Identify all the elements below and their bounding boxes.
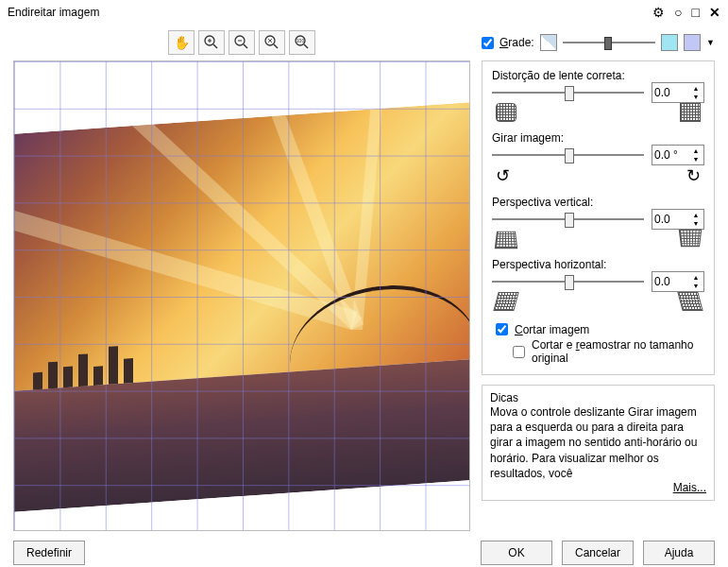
spinner-down-icon[interactable]: ▼ <box>688 155 703 163</box>
ok-button[interactable]: OK <box>481 541 552 565</box>
barrel-distortion-icon[interactable] <box>496 103 516 122</box>
grid-color-1[interactable] <box>661 34 678 51</box>
persp-h-label: Perspectiva horizontal: <box>492 258 704 271</box>
resample-checkbox[interactable] <box>513 346 525 358</box>
spinner-down-icon[interactable]: ▼ <box>688 219 703 228</box>
magnifier-100-icon: 100 <box>295 35 310 50</box>
svg-text:100: 100 <box>296 38 305 43</box>
dropdown-arrow-icon[interactable]: ▼ <box>706 38 715 47</box>
maximize-icon[interactable]: □ <box>692 5 700 20</box>
crop-label: Cortar imagem <box>515 323 589 336</box>
resample-label: Cortar e reamostrar no tamanho original <box>532 338 704 365</box>
grid-color-2[interactable] <box>684 34 701 51</box>
persp-v-up-icon[interactable] <box>495 232 518 249</box>
rotate-value[interactable] <box>652 148 688 162</box>
tips-panel: Dicas Mova o controle deslizante Girar i… <box>482 385 715 501</box>
grid-overlay <box>14 61 469 530</box>
grid-style-swatch[interactable] <box>540 34 557 51</box>
lens-value[interactable] <box>652 86 688 99</box>
persp-h-right-icon[interactable] <box>677 292 703 311</box>
window-controls: ⚙ ○ □ ✕ <box>652 5 720 20</box>
magnifier-minus-icon <box>234 35 249 50</box>
lens-slider[interactable] <box>492 84 644 101</box>
tips-body: Mova o controle deslizante Girar imagem … <box>490 404 706 481</box>
rotate-ccw-icon[interactable]: ↺ <box>496 165 510 186</box>
spinner-down-icon[interactable]: ▼ <box>688 282 703 290</box>
reset-button[interactable]: Redefinir <box>13 541 85 565</box>
persp-v-spinner[interactable]: ▲▼ <box>652 209 704 230</box>
titlebar: Endireitar imagem ⚙ ○ □ ✕ <box>0 0 728 25</box>
persp-v-down-icon[interactable] <box>679 230 703 247</box>
spinner-up-icon[interactable]: ▲ <box>688 84 703 93</box>
magnifier-plus-icon <box>204 35 219 50</box>
rotate-spinner[interactable]: ▲▼ <box>652 145 704 165</box>
svg-line-5 <box>244 44 247 48</box>
lens-spinner[interactable]: ▲▼ <box>652 82 704 103</box>
svg-line-8 <box>274 44 278 48</box>
pincushion-distortion-icon[interactable] <box>680 103 701 122</box>
spinner-down-icon[interactable]: ▼ <box>688 93 703 101</box>
persp-h-slider[interactable] <box>492 273 644 290</box>
minimize-icon[interactable]: ○ <box>674 5 682 20</box>
persp-v-slider[interactable] <box>492 211 644 228</box>
pan-button[interactable]: ✋ <box>168 30 195 55</box>
crop-checkbox[interactable] <box>496 323 508 335</box>
zoom-out-button[interactable] <box>229 30 255 55</box>
persp-h-spinner[interactable]: ▲▼ <box>652 271 704 292</box>
preview-toolbar: ✋ 100 <box>13 30 470 55</box>
cancel-button[interactable]: Cancelar <box>562 541 634 565</box>
grid-label: Grade: <box>499 36 534 49</box>
persp-v-value[interactable] <box>652 213 688 226</box>
grid-options-row: Grade: ▼ <box>482 30 715 55</box>
tips-more-link[interactable]: Mais... <box>490 481 706 494</box>
spinner-up-icon[interactable]: ▲ <box>688 273 703 282</box>
settings-icon[interactable]: ⚙ <box>652 5 665 20</box>
hand-icon: ✋ <box>174 35 190 50</box>
magnifier-expand-icon <box>264 35 279 50</box>
help-button[interactable]: Ajuda <box>643 541 715 565</box>
persp-h-left-icon[interactable] <box>493 292 518 311</box>
tips-legend: Dicas <box>490 391 706 404</box>
spinner-up-icon[interactable]: ▲ <box>688 146 703 155</box>
grid-checkbox[interactable] <box>482 37 494 49</box>
window-title: Endireitar imagem <box>8 6 99 19</box>
persp-h-value[interactable] <box>652 275 688 288</box>
adjustments-panel: Distorção de lente correta: ▲▼ Girar ima… <box>482 60 715 375</box>
svg-line-1 <box>213 44 217 48</box>
grid-size-slider[interactable] <box>563 34 655 51</box>
close-icon[interactable]: ✕ <box>709 5 720 20</box>
svg-line-10 <box>304 44 308 48</box>
zoom-100-button[interactable]: 100 <box>289 30 315 55</box>
persp-v-label: Perspectiva vertical: <box>492 196 704 209</box>
rotate-label: Girar imagem: <box>492 131 704 145</box>
spinner-up-icon[interactable]: ▲ <box>688 211 703 219</box>
image-preview[interactable] <box>13 60 470 531</box>
rotate-cw-icon[interactable]: ↻ <box>686 165 701 186</box>
zoom-fit-button[interactable] <box>259 30 285 55</box>
zoom-in-button[interactable] <box>198 30 225 55</box>
lens-label: Distorção de lente correta: <box>492 69 704 82</box>
rotate-slider[interactable] <box>492 146 644 163</box>
